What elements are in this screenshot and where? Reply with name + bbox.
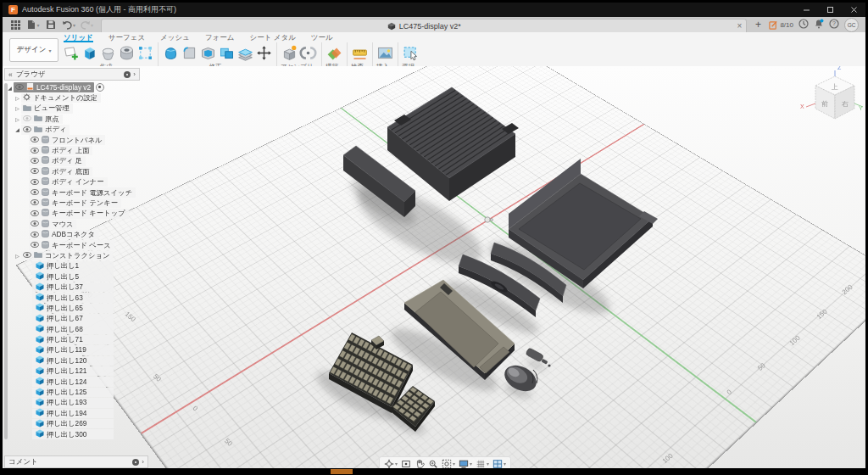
fillet-icon[interactable] [181, 44, 198, 62]
combine-icon[interactable] [218, 44, 236, 62]
fit-icon[interactable]: ▾ [442, 459, 455, 469]
ribbon-tab-3[interactable]: フォーム [205, 33, 235, 42]
measure-icon[interactable] [351, 44, 369, 62]
help-icon[interactable]: ? [829, 17, 839, 32]
ribbon-tab-4[interactable]: シート メタル [250, 33, 296, 42]
browser-row-LC475-display v2[interactable]: ◢LC475-display v2 [4, 82, 140, 92]
feature-row-押し出し67[interactable]: 押し出し67 [4, 314, 140, 324]
comment-bar[interactable]: コメント › [4, 455, 148, 468]
visibility-eye-icon[interactable] [31, 210, 39, 218]
feature-row-押し出し193[interactable]: 押し出し193 [4, 398, 140, 408]
collapse-panel-icon[interactable]: « [8, 70, 13, 79]
visibility-eye-icon[interactable] [31, 220, 39, 228]
feature-row-押し出し65[interactable]: 押し出し65 [4, 303, 140, 313]
joint-icon[interactable] [299, 44, 317, 62]
feature-row-押し出し68[interactable]: 押し出し68 [4, 324, 140, 334]
browser-row-ボディ 上面[interactable]: ボディ 上面 [4, 145, 140, 155]
feature-row-押し出し37[interactable]: 押し出し37 [4, 282, 140, 292]
undo-icon[interactable]: ▾ [61, 19, 76, 31]
visibility-eye-icon[interactable] [31, 136, 39, 144]
offset-face-icon[interactable] [236, 44, 254, 62]
browser-row-フロントパネル[interactable]: フロントパネル [4, 135, 140, 145]
grid-settings-icon[interactable]: ▾ [476, 459, 489, 469]
browser-row-ビュー管理[interactable]: ▷ビュー管理 [4, 103, 140, 114]
tree-arrow-icon[interactable]: ▷ [14, 105, 21, 111]
ribbon-tab-2[interactable]: メッシュ [160, 33, 190, 42]
feature-row-押し出し300[interactable]: 押し出し300 [4, 429, 140, 439]
browser-row-キーボード 電源スイッチ[interactable]: キーボード 電源スイッチ [4, 187, 140, 198]
viewports-icon[interactable]: ▾ [492, 459, 506, 469]
visibility-eye-icon[interactable] [31, 188, 39, 197]
browser-row-マウス[interactable]: マウス [4, 219, 140, 229]
visibility-eye-icon[interactable] [31, 147, 39, 155]
close-button[interactable] [842, 3, 865, 17]
browser-row-キーボード テンキー[interactable]: キーボード テンキー [4, 198, 140, 208]
save-icon[interactable] [43, 19, 58, 31]
visibility-eye-icon[interactable] [31, 198, 39, 207]
feature-row-押し出し5[interactable]: 押し出し5 [4, 271, 140, 282]
select-icon[interactable] [402, 44, 420, 62]
document-tab[interactable]: LC475-display v2* × [101, 19, 747, 33]
tab-close-icon[interactable]: × [737, 22, 743, 31]
new-component-icon[interactable] [281, 44, 298, 62]
browser-header[interactable]: « ブラウザ › [4, 68, 140, 81]
tree-arrow-icon[interactable]: ▷ [14, 116, 21, 122]
construction-plane-icon[interactable] [326, 44, 343, 62]
minimize-button[interactable] [794, 3, 818, 17]
feature-row-押し出し125[interactable]: 押し出し125 [4, 387, 140, 397]
browser-row-ボディ 足[interactable]: ボディ 足 [4, 156, 140, 166]
comment-expand-icon[interactable]: › [142, 458, 144, 466]
extrude-icon[interactable] [81, 44, 98, 62]
feature-row-押し出し120[interactable]: 押し出し120 [4, 355, 140, 366]
visibility-eye-icon[interactable] [31, 178, 39, 187]
orbit-icon[interactable]: ▾ [384, 459, 398, 469]
ribbon-tab-0[interactable]: ソリッド [64, 33, 93, 42]
shell-icon[interactable] [199, 44, 217, 62]
browser-row-キーボード ベース[interactable]: キーボード ベース [4, 240, 140, 250]
app-menu-icon[interactable] [8, 19, 23, 31]
ribbon-tab-5[interactable]: ツール [311, 33, 333, 42]
create-sketch-icon[interactable] [62, 44, 80, 62]
tree-arrow-icon[interactable]: ▷ [14, 253, 21, 259]
feature-row-押し出し71[interactable]: 押し出し71 [4, 334, 140, 344]
feature-row-押し出し119[interactable]: 押し出し119 [4, 345, 140, 355]
look-at-icon[interactable] [401, 459, 411, 469]
visibility-eye-icon[interactable] [23, 126, 31, 134]
visibility-eye-icon[interactable] [31, 157, 39, 165]
visibility-eye-icon[interactable] [31, 167, 39, 176]
browser-row-ADBコネクタ[interactable]: ADBコネクタ [4, 229, 140, 239]
visibility-eye-icon[interactable] [31, 231, 39, 239]
sketch-pattern-icon[interactable] [136, 44, 154, 62]
feature-row-押し出し121[interactable]: 押し出し121 [4, 366, 140, 377]
maximize-button[interactable] [818, 3, 842, 17]
user-avatar[interactable]: GC [844, 18, 859, 32]
feature-row-押し出し63[interactable]: 押し出し63 [4, 293, 140, 303]
job-status-icon[interactable] [798, 17, 809, 32]
credits-badge[interactable]: 8/10 [769, 20, 793, 30]
tree-arrow-icon[interactable]: ◢ [14, 126, 21, 132]
comment-options-icon[interactable] [132, 459, 139, 466]
move-icon[interactable] [255, 44, 273, 62]
notifications-bell-icon[interactable] [814, 17, 824, 32]
viewport-canvas[interactable]: 25020015050050200150100500100 [3, 66, 865, 468]
browser-row-原点[interactable]: ▷原点 [4, 114, 140, 124]
feature-row-押し出し1[interactable]: 押し出し1 [4, 261, 140, 271]
part-body-top[interactable] [387, 87, 519, 201]
feature-row-押し出し124[interactable]: 押し出し124 [4, 377, 140, 387]
revolve-icon[interactable] [99, 44, 117, 62]
browser-scrollbar[interactable] [4, 83, 8, 439]
visibility-eye-icon[interactable] [23, 251, 31, 260]
file-menu-icon[interactable]: ▾ [25, 19, 41, 31]
tree-arrow-icon[interactable]: ▷ [14, 95, 21, 101]
browser-row-コンストラクション[interactable]: ▷コンストラクション [4, 250, 140, 260]
browser-row-ドキュメントの設定[interactable]: ▷ドキュメントの設定 [4, 92, 140, 103]
visibility-eye-icon[interactable] [15, 83, 24, 92]
new-tab-button[interactable]: + [752, 19, 764, 31]
browser-row-ボディ[interactable]: ◢ボディ [4, 125, 140, 135]
zoom-icon[interactable] [428, 459, 438, 469]
browser-row-キーボード キートップ[interactable]: キーボード キートップ [4, 209, 140, 219]
feature-row-押し出し194[interactable]: 押し出し194 [4, 408, 140, 418]
visibility-eye-icon[interactable] [23, 115, 31, 123]
redo-icon[interactable]: ▾ [79, 19, 94, 31]
pan-icon[interactable] [415, 459, 425, 469]
